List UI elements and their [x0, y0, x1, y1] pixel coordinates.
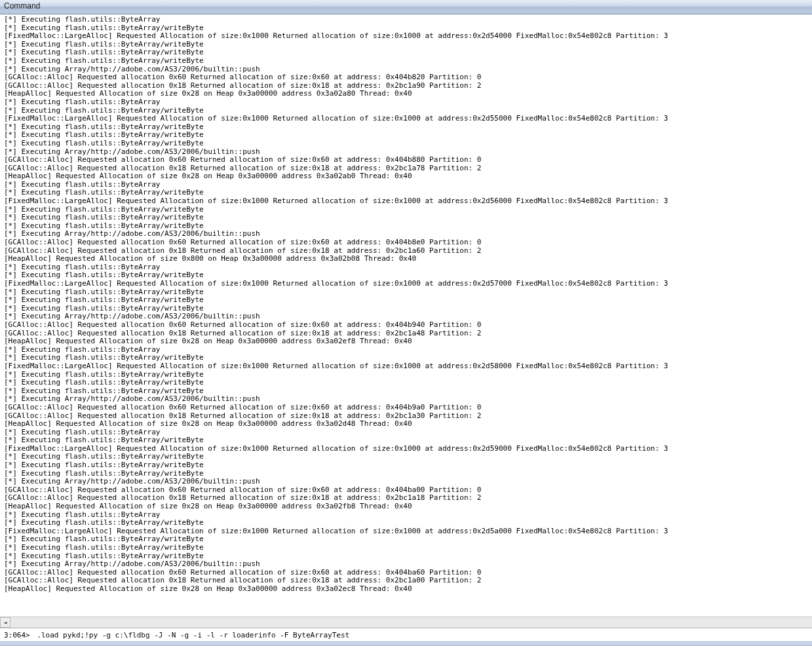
command-input[interactable]: [37, 631, 812, 639]
window-titlebar[interactable]: Command: [0, 0, 812, 14]
window-bottom-border: [0, 641, 812, 646]
command-output[interactable]: [*] Executing flash.utils::ByteArray [*]…: [0, 14, 812, 617]
window-title: Command: [4, 1, 40, 10]
debugger-command-window: Command [*] Executing flash.utils::ByteA…: [0, 0, 812, 646]
command-input-row: 3:064>: [0, 628, 812, 641]
command-prompt: 3:064>: [0, 631, 37, 639]
scroll-left-icon[interactable]: ◄: [0, 617, 10, 628]
horizontal-scrollbar[interactable]: ◄: [0, 617, 812, 628]
